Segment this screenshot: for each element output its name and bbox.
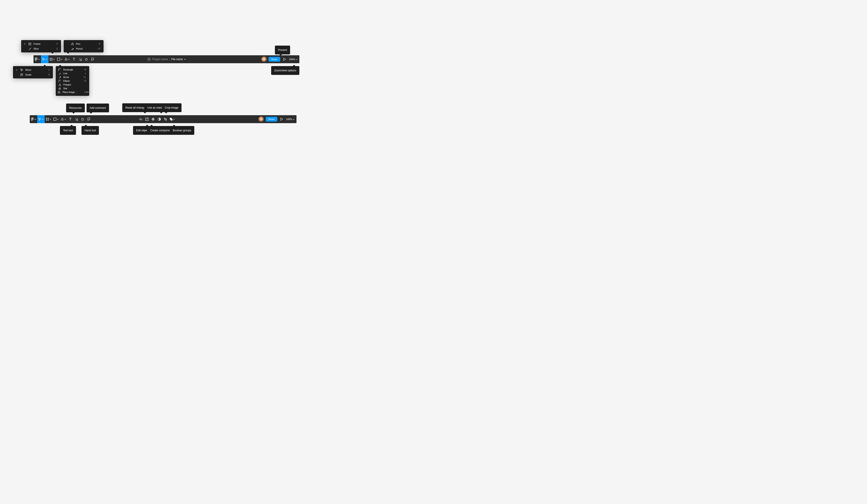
menu-item-rectangle[interactable]: Rectangle R	[56, 68, 89, 72]
chevron-down-icon	[46, 59, 47, 60]
line-icon	[58, 72, 61, 75]
present-button[interactable]	[282, 55, 287, 63]
frame-icon	[46, 118, 49, 121]
chevron-down-icon	[293, 118, 295, 120]
frame-tool-button[interactable]	[45, 115, 52, 123]
chevron-down-icon	[64, 119, 66, 120]
mask-icon	[158, 118, 161, 121]
tooltip-hand-tool: Hand tool	[82, 126, 99, 135]
menu-item-frame[interactable]: ✓ Frame F	[21, 41, 61, 46]
frame-icon	[50, 58, 53, 61]
menu-item-line[interactable]: Line L	[56, 72, 89, 75]
pen-tool-button[interactable]	[63, 55, 71, 63]
chevron-down-icon	[34, 119, 36, 120]
figma-toolbar-1: ✦ Project name / File name Share 100%	[33, 55, 299, 63]
chevron-down-icon	[38, 59, 40, 60]
menu-item-slice[interactable]: Slice S	[21, 46, 61, 51]
comment-tool-button[interactable]	[89, 55, 96, 63]
text-tool-button[interactable]	[71, 55, 77, 63]
hand-tool-button[interactable]	[79, 115, 86, 123]
chevron-down-icon	[49, 119, 51, 120]
pencil-icon	[71, 47, 74, 50]
menu-item-arrow[interactable]: Arrow ⇧L	[56, 75, 89, 79]
menu-item-star[interactable]: Star	[56, 87, 89, 90]
tooltip-resources: Resources	[66, 104, 85, 112]
cursor-icon	[42, 58, 45, 61]
comment-tool-button[interactable]	[86, 115, 92, 123]
team-icon: ✦	[147, 57, 151, 61]
check-icon: ✓	[23, 43, 26, 45]
boolean-icon	[170, 118, 173, 121]
rectangle-icon	[53, 118, 56, 121]
frame-tool-menu: ✓ Frame F Slice S	[21, 40, 61, 52]
chevron-down-icon	[173, 119, 175, 120]
pen-icon	[65, 58, 68, 61]
text-tool-button[interactable]	[67, 115, 73, 123]
main-menu-button[interactable]	[30, 115, 37, 123]
zoom-label: 100%	[286, 118, 292, 120]
shape-tool-button[interactable]	[52, 115, 60, 123]
edit-object-icon	[146, 118, 149, 121]
pen-icon	[71, 43, 74, 45]
chevron-down-icon	[42, 119, 44, 120]
pen-tool-menu: Pen P Pencil ⇧P	[64, 40, 104, 52]
polygon-icon	[58, 84, 61, 86]
chevron-down-icon	[296, 58, 298, 61]
avatar[interactable]	[259, 117, 264, 122]
text-icon	[69, 118, 72, 121]
resources-button[interactable]	[77, 55, 83, 63]
shape-tool-menu: Rectangle R Line L Arrow ⇧L Ellipse O Po…	[56, 66, 89, 96]
component-icon	[151, 118, 154, 121]
zoom-view-button[interactable]: 100%	[289, 58, 298, 61]
zoom-view-button[interactable]: 100%	[286, 118, 295, 120]
scale-icon	[20, 73, 23, 76]
menu-item-pen[interactable]: Pen P	[64, 41, 104, 46]
hand-tool-button[interactable]	[83, 55, 89, 63]
avatar[interactable]	[261, 57, 267, 62]
resources-button[interactable]	[73, 115, 79, 123]
zoom-label: 100%	[289, 58, 295, 61]
move-tool-button[interactable]	[41, 55, 49, 63]
shape-tool-button[interactable]	[56, 55, 63, 63]
boolean-groups-button[interactable]	[169, 115, 176, 123]
chevron-down-icon	[184, 59, 186, 60]
cursor-icon	[20, 68, 23, 71]
share-button[interactable]: Share	[266, 117, 277, 121]
crop-image-button[interactable]	[162, 115, 169, 123]
pen-tool-button[interactable]	[60, 115, 67, 123]
rectangle-icon	[57, 58, 60, 61]
figma-icon	[31, 117, 34, 121]
menu-item-place-image[interactable]: Place image… ⇧⌘K	[56, 90, 89, 94]
menu-item-move[interactable]: ✓ Move V	[13, 67, 53, 72]
share-button[interactable]: Share	[268, 57, 280, 62]
tooltip-crop-image: Crop image	[162, 103, 182, 112]
figma-icon	[35, 57, 38, 61]
edit-object-button[interactable]	[144, 115, 150, 123]
present-button[interactable]	[279, 115, 285, 123]
pen-icon	[61, 118, 64, 121]
move-tool-button[interactable]	[37, 115, 45, 123]
tooltip-present: Present	[275, 46, 290, 54]
chevron-down-icon	[68, 59, 70, 60]
move-tool-menu: ✓ Move V Scale K	[13, 66, 53, 78]
menu-item-scale[interactable]: Scale K	[13, 72, 53, 77]
main-menu-button[interactable]	[33, 55, 41, 63]
tooltip-text-tool: Text tool	[60, 126, 76, 135]
use-as-mask-button[interactable]	[156, 115, 162, 123]
text-icon	[73, 58, 76, 61]
ellipse-icon	[58, 80, 61, 82]
tooltip-zoom-view: Zoom/view options	[271, 66, 299, 75]
menu-item-ellipse[interactable]: Ellipse O	[56, 79, 89, 83]
menu-item-pencil[interactable]: Pencil ⇧P	[64, 46, 104, 51]
play-icon	[283, 58, 286, 61]
create-component-button[interactable]	[150, 115, 156, 123]
comment-icon	[91, 58, 94, 61]
frame-tool-button[interactable]	[49, 55, 56, 63]
reset-changes-button[interactable]	[138, 115, 144, 123]
chevron-down-icon	[57, 119, 58, 120]
file-breadcrumb[interactable]: ✦ Project name / File name	[147, 55, 186, 63]
check-icon: ✓	[15, 68, 18, 71]
menu-item-polygon[interactable]: Polygon	[56, 83, 89, 87]
cursor-icon	[38, 118, 41, 121]
figma-toolbar-2: Share 100%	[30, 115, 297, 123]
